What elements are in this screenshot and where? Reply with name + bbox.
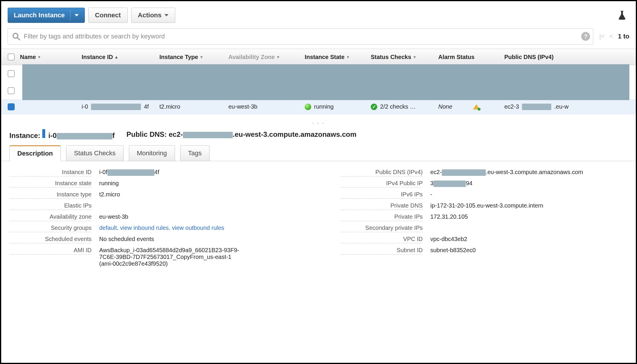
v-ipv6: -: [430, 191, 628, 198]
iid-prefix: i-0: [82, 103, 88, 110]
cell-public-dns: ec2-3.eu-w: [504, 103, 578, 110]
th-alarm-label: Alarm Status: [438, 54, 474, 60]
dns-prefix: ec2-: [169, 130, 183, 138]
table-row[interactable]: [1, 65, 636, 82]
redacted-text: [107, 169, 154, 176]
v-private-ips: 172.31.20.105: [430, 213, 628, 220]
actions-button[interactable]: Actions: [131, 8, 176, 23]
cell-instance-state: running: [305, 103, 371, 110]
th-dns-label: Public DNS (IPv4): [504, 54, 554, 60]
sort-icon: ▾: [347, 55, 349, 59]
table-row[interactable]: i-04f t2.micro eu-west-3b running ✓ 2/2 …: [1, 99, 636, 114]
select-all-checkbox[interactable]: [8, 53, 15, 60]
running-icon: [305, 104, 311, 110]
actions-label: Actions: [138, 11, 162, 19]
v-ami-id[interactable]: AwsBackup_i-03ad6545884d2d9a9_66021B23-9…: [99, 247, 246, 267]
v-instance-id: i-0f4f: [99, 169, 296, 176]
v-ipv4-public: 394: [430, 180, 628, 187]
th-name-label: Name: [20, 54, 36, 60]
public-dns-summary: Public DNS: ec2-.eu-west-3.compute.amazo…: [127, 130, 357, 139]
k-public-dns: Public DNS (IPv4): [341, 169, 423, 176]
th-status-checks[interactable]: Status Checks ▾: [371, 54, 438, 60]
view-inbound-rules-link[interactable]: view inbound rules: [120, 225, 169, 231]
redacted-text: [91, 104, 141, 110]
pager-range: 1 to: [618, 33, 629, 40]
alarm-text: None: [438, 103, 452, 110]
k-instance-state: Instance state: [9, 180, 92, 188]
sort-asc-icon: ▴: [115, 55, 117, 59]
k-secondary-ips: Secondary private IPs: [341, 225, 423, 232]
view-outbound-rules-link[interactable]: view outbound rules: [172, 225, 224, 231]
v-subnet-id[interactable]: subnet-b8352ec0: [430, 247, 628, 254]
ip-prefix: 3: [430, 180, 434, 186]
cell-alarm-status: None: [438, 103, 504, 110]
th-public-dns[interactable]: Public DNS (IPv4): [504, 54, 578, 60]
dns-prefix: ec2-: [430, 169, 442, 175]
public-dns-label: Public DNS:: [127, 130, 167, 138]
help-icon[interactable]: ?: [581, 32, 590, 41]
tab-monitoring[interactable]: Monitoring: [129, 145, 175, 161]
k-elastic-ips: Elastic IPs: [9, 202, 92, 210]
filter-box[interactable]: ?: [8, 28, 593, 45]
k-availability-zone: Availability zone: [9, 213, 92, 221]
search-icon: [12, 32, 20, 41]
table-row[interactable]: [1, 82, 636, 99]
launch-instance-button[interactable]: Launch Instance: [8, 8, 85, 23]
dns-suffix: .eu-w: [554, 103, 569, 110]
row-checkbox[interactable]: [8, 103, 15, 110]
v-instance-state: running: [99, 180, 296, 187]
v-public-dns: ec2-.eu-west-3.compute.amazonaws.com: [430, 169, 628, 176]
table-body: i-04f t2.micro eu-west-3b running ✓ 2/2 …: [1, 65, 636, 114]
k-private-dns: Private DNS: [341, 202, 423, 210]
th-name[interactable]: Name ▾: [20, 54, 82, 60]
k-subnet-id: Subnet ID: [341, 247, 423, 255]
flask-icon: [618, 10, 626, 20]
cursor-bar: [42, 129, 45, 138]
k-scheduled-events: Scheduled events: [9, 236, 92, 243]
th-status-label: Status Checks: [371, 54, 411, 60]
dns-prefix: ec2-3: [504, 103, 519, 110]
tab-description[interactable]: Description: [9, 145, 61, 161]
pager-first-icon[interactable]: |<: [599, 33, 605, 40]
launch-instance-label: Launch Instance: [14, 11, 65, 19]
alarm-bell-icon[interactable]: [473, 104, 480, 109]
tabs: Description Status Checks Monitoring Tag…: [1, 145, 636, 161]
v-scheduled-events[interactable]: No scheduled events: [99, 236, 296, 242]
th-instance-state[interactable]: Instance State ▾: [305, 54, 371, 60]
k-ami-id: AMI ID: [9, 247, 92, 255]
row-checkbox[interactable]: [8, 87, 15, 94]
th-alarm-status[interactable]: Alarm Status: [438, 54, 504, 60]
security-group-default-link[interactable]: default: [99, 225, 117, 231]
instance-label: Instance:: [9, 132, 40, 139]
redacted-text: [522, 104, 551, 110]
caret-down-icon: [75, 14, 79, 16]
sort-icon: ▾: [38, 55, 40, 59]
th-az-label: Availability Zone: [228, 54, 275, 60]
splitter-handle[interactable]: • • •: [1, 121, 636, 126]
check-icon: ✓: [371, 104, 377, 110]
tab-status-checks[interactable]: Status Checks: [66, 145, 124, 161]
th-instance-id[interactable]: Instance ID ▴: [82, 54, 159, 60]
v-security-groups: default. view inbound rules. view outbou…: [99, 225, 296, 231]
iid-prefix: i-0f: [99, 169, 107, 175]
instance-prefix: i-0: [48, 132, 57, 139]
th-instance-type[interactable]: Instance Type ▾: [159, 54, 228, 60]
th-state-label: Instance State: [305, 54, 345, 60]
separator: [70, 10, 70, 21]
instance-summary: Instance: i-0f: [9, 129, 115, 140]
row-checkbox[interactable]: [8, 70, 15, 77]
details-header: Instance: i-0f Public DNS: ec2-.eu-west-…: [1, 126, 636, 145]
k-vpc-id: VPC ID: [341, 236, 423, 243]
v-vpc-id[interactable]: vpc-dbc43eb2: [430, 236, 628, 242]
cell-instance-type: t2.micro: [159, 103, 228, 110]
th-availability-zone[interactable]: Availability Zone ▾: [228, 54, 305, 60]
redacted-text: [434, 181, 466, 187]
pager-prev-icon[interactable]: <: [609, 33, 613, 40]
sort-icon: ▾: [414, 55, 416, 59]
pager: |< < 1 to: [599, 33, 629, 40]
caret-down-icon: [164, 14, 168, 16]
k-private-ips: Private IPs: [341, 213, 423, 221]
tab-tags[interactable]: Tags: [180, 145, 210, 161]
filter-input[interactable]: [23, 28, 581, 44]
connect-button[interactable]: Connect: [88, 8, 128, 23]
